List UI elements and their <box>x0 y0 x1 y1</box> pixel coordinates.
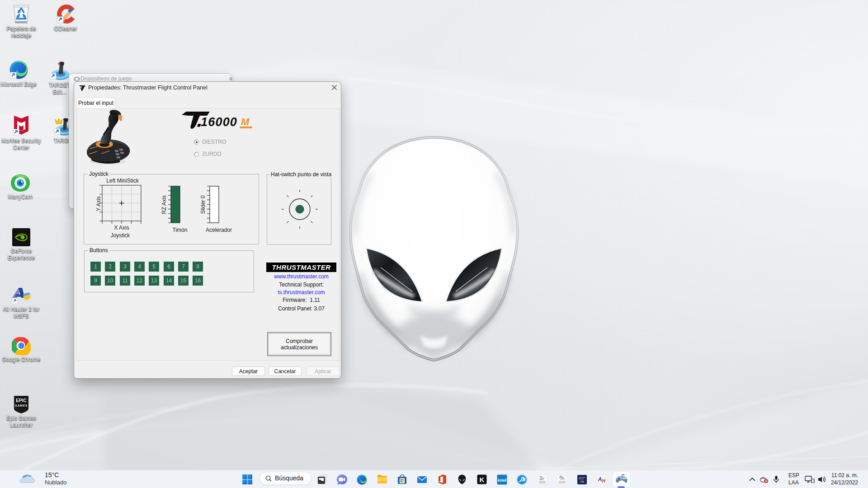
svg-text:16000: 16000 <box>201 115 237 129</box>
svg-text:EPIC: EPIC <box>16 398 26 403</box>
svg-text:M: M <box>241 116 250 127</box>
svg-text:K: K <box>480 476 485 483</box>
svg-text:A: A <box>598 476 602 483</box>
svg-text:intel: intel <box>498 478 507 483</box>
svg-text:H: H <box>602 479 605 483</box>
svg-text:GAMES: GAMES <box>15 404 28 407</box>
svg-text:TM: TM <box>580 480 584 483</box>
